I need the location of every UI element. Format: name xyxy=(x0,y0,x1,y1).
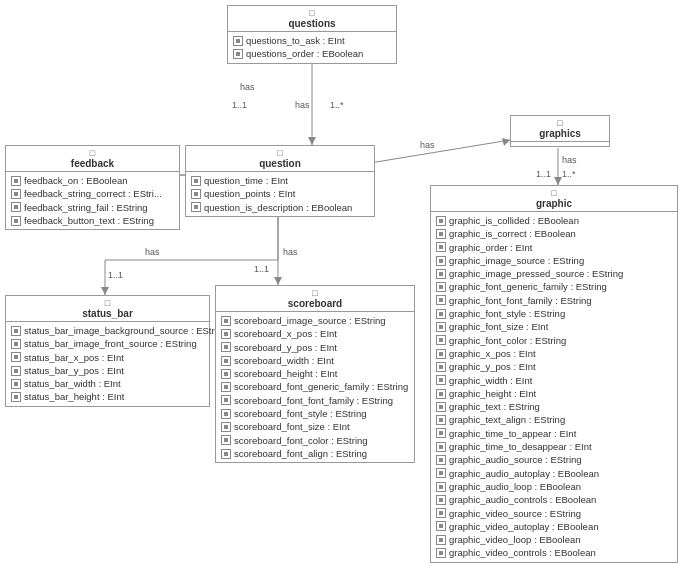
diagram-container: has 1..1 has 1..* has 1..1 has 1..1 has … xyxy=(0,0,685,565)
attr-row: scoreboard_image_source : EString xyxy=(221,314,409,327)
attr-icon xyxy=(436,442,446,452)
attr-row: status_bar_image_background_source : ESt… xyxy=(11,324,204,337)
attr-row: graphic_text_align : EString xyxy=(436,413,672,426)
attr-icon xyxy=(11,339,21,349)
attr-icon xyxy=(436,415,446,425)
svg-text:has: has xyxy=(283,247,298,257)
graphic-box: □ graphic graphic_is_collided : EBoolean… xyxy=(430,185,678,563)
attr-row: graphic_is_collided : EBoolean xyxy=(436,214,672,227)
attr-row: scoreboard_width : EInt xyxy=(221,354,409,367)
attr-row: graphic_order : EInt xyxy=(436,241,672,254)
attr-row: question_time : EInt xyxy=(191,174,369,187)
question-box: □ question question_time : EInt question… xyxy=(185,145,375,217)
attr-row: graphic_audio_loop : EBoolean xyxy=(436,480,672,493)
attr-row: graphic_y_pos : EInt xyxy=(436,360,672,373)
attr-row: scoreboard_font_font_family : EString xyxy=(221,394,409,407)
attr-row: graphic_video_source : EString xyxy=(436,507,672,520)
attr-row: graphic_font_style : EString xyxy=(436,307,672,320)
attr-icon xyxy=(11,176,21,186)
attr-icon xyxy=(436,495,446,505)
attr-icon xyxy=(11,379,21,389)
attr-row: graphic_font_color : EString xyxy=(436,334,672,347)
attr-icon xyxy=(11,392,21,402)
attr-row: feedback_string_correct : EStri... xyxy=(11,187,174,200)
attr-icon xyxy=(436,295,446,305)
question-header: □ question xyxy=(186,146,374,172)
feedback-box: □ feedback feedback_on : EBoolean feedba… xyxy=(5,145,180,230)
svg-text:1..*: 1..* xyxy=(330,100,344,110)
attr-icon xyxy=(436,535,446,545)
attr-icon xyxy=(221,329,231,339)
status-bar-body: status_bar_image_background_source : ESt… xyxy=(6,322,209,406)
attr-icon xyxy=(221,409,231,419)
attr-row: scoreboard_font_size : EInt xyxy=(221,420,409,433)
svg-marker-19 xyxy=(274,277,282,285)
attr-row: graphic_audio_controls : EBoolean xyxy=(436,493,672,506)
attr-icon xyxy=(11,366,21,376)
attr-icon xyxy=(436,389,446,399)
attr-icon xyxy=(436,229,446,239)
attr-icon xyxy=(436,322,446,332)
attr-icon xyxy=(11,352,21,362)
attr-row: graphic_image_source : EString xyxy=(436,254,672,267)
attr-row: status_bar_x_pos : EInt xyxy=(11,351,204,364)
attr-icon xyxy=(436,548,446,558)
attr-icon xyxy=(221,422,231,432)
attr-row: question_is_description : EBoolean xyxy=(191,201,369,214)
attr-icon xyxy=(11,326,21,336)
attr-icon xyxy=(221,435,231,445)
attr-icon xyxy=(436,349,446,359)
attr-row: status_bar_width : EInt xyxy=(11,377,204,390)
attr-icon xyxy=(436,256,446,266)
attr-row: feedback_button_text : EString xyxy=(11,214,174,227)
attr-row: graphic_is_correct : EBoolean xyxy=(436,227,672,240)
scoreboard-body: scoreboard_image_source : EString scoreb… xyxy=(216,312,414,462)
attr-icon xyxy=(233,36,243,46)
attr-row: scoreboard_font_generic_family : EString xyxy=(221,380,409,393)
attr-row: scoreboard_font_color : EString xyxy=(221,434,409,447)
attr-icon xyxy=(221,395,231,405)
svg-text:1..1: 1..1 xyxy=(536,169,551,179)
attr-row: graphic_video_autoplay : EBoolean xyxy=(436,520,672,533)
svg-marker-23 xyxy=(502,138,510,146)
attr-row: question_points : EInt xyxy=(191,187,369,200)
svg-marker-15 xyxy=(101,287,109,295)
attr-icon xyxy=(436,402,446,412)
graphics-body xyxy=(511,142,609,146)
svg-text:1..1: 1..1 xyxy=(108,270,123,280)
attr-icon xyxy=(233,49,243,59)
attr-row: graphic_text : EString xyxy=(436,400,672,413)
svg-text:has: has xyxy=(420,140,435,150)
graphic-body: graphic_is_collided : EBoolean graphic_i… xyxy=(431,212,677,562)
attr-row: scoreboard_x_pos : EInt xyxy=(221,327,409,340)
attr-row: feedback_on : EBoolean xyxy=(11,174,174,187)
attr-row: graphic_x_pos : EInt xyxy=(436,347,672,360)
question-body: question_time : EInt question_points : E… xyxy=(186,172,374,216)
svg-text:1..1: 1..1 xyxy=(254,264,269,274)
attr-icon xyxy=(221,316,231,326)
attr-row: questions_order : EBoolean xyxy=(233,47,391,60)
svg-marker-26 xyxy=(554,177,562,185)
attr-icon xyxy=(436,309,446,319)
attr-icon xyxy=(436,455,446,465)
attr-icon xyxy=(436,482,446,492)
attr-row: graphic_image_pressed_source : EString xyxy=(436,267,672,280)
attr-row: questions_to_ask : EInt xyxy=(233,34,391,47)
attr-icon xyxy=(221,369,231,379)
attr-icon xyxy=(191,176,201,186)
attr-row: status_bar_image_front_source : EString xyxy=(11,337,204,350)
attr-icon xyxy=(436,335,446,345)
attr-icon xyxy=(436,362,446,372)
attr-row: scoreboard_font_align : EString xyxy=(221,447,409,460)
attr-icon xyxy=(11,202,21,212)
graphic-header: □ graphic xyxy=(431,186,677,212)
svg-line-22 xyxy=(370,140,510,163)
attr-icon xyxy=(221,342,231,352)
svg-text:has: has xyxy=(562,155,577,165)
status-bar-box: □ status_bar status_bar_image_background… xyxy=(5,295,210,407)
attr-row: scoreboard_y_pos : EInt xyxy=(221,341,409,354)
svg-marker-1 xyxy=(308,137,316,145)
feedback-header: □ feedback xyxy=(6,146,179,172)
attr-row: scoreboard_height : EInt xyxy=(221,367,409,380)
attr-row: graphic_video_loop : EBoolean xyxy=(436,533,672,546)
